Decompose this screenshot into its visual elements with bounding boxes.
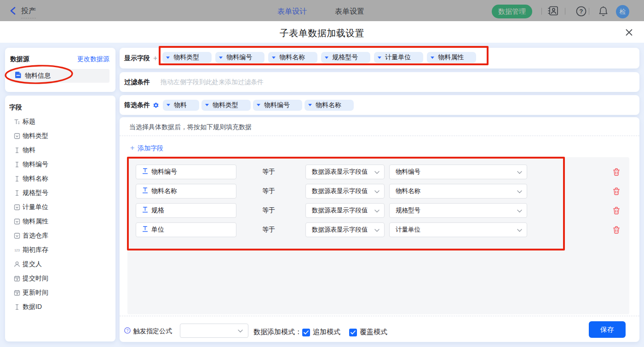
fill-rule-row: 物料编号等于数据源表显示字段值物料编号	[127, 165, 629, 179]
field-item[interactable]: 标题	[14, 117, 35, 126]
source-type-select[interactable]: 数据源表显示字段值	[305, 184, 385, 199]
caret-down-icon	[378, 57, 381, 59]
delete-icon[interactable]	[612, 168, 621, 176]
tab-form-design[interactable]: 表单设计	[277, 7, 307, 17]
caret-down-icon	[272, 57, 276, 59]
screen-conditions-row: 筛选条件 物料物料类型物料编号物料名称	[120, 95, 639, 115]
close-icon[interactable]	[623, 26, 635, 38]
field-label: 更新时间	[23, 289, 48, 297]
rules-panel: 物料编号等于数据源表显示字段值物料编号物料名称等于数据源表显示字段值物料名称规格…	[127, 157, 629, 314]
filter-placeholder[interactable]: 拖动左侧字段到此处来添加过滤条件	[161, 78, 264, 86]
delete-icon[interactable]	[612, 206, 621, 215]
field-item[interactable]: 提交人	[14, 260, 42, 269]
field-tag[interactable]: 物料编号	[253, 100, 302, 111]
field-item[interactable]: 物料编号	[14, 160, 48, 169]
back-chevron-icon[interactable]	[10, 7, 16, 17]
change-datasource-link[interactable]: 更改数据源	[77, 55, 109, 63]
field-tag[interactable]: 规格型号	[321, 52, 370, 63]
source-field-select[interactable]: 物料名称	[389, 184, 527, 199]
source-type-select[interactable]: 数据源表显示字段值	[305, 165, 385, 179]
select-icon	[14, 133, 20, 139]
chevron-down-icon	[374, 226, 380, 234]
target-field-box[interactable]: 规格	[136, 203, 236, 218]
text-widget-icon	[142, 168, 148, 176]
gear-icon[interactable]	[153, 102, 159, 108]
topbar: 投产 表单设计 表单设置 数据管理 ? 检	[0, 0, 644, 21]
field-label: 物料编号	[23, 160, 48, 169]
source-field-select[interactable]: 物料编号	[389, 165, 527, 179]
help-icon[interactable]: ?	[576, 6, 586, 18]
field-item[interactable]: 首选仓库	[14, 231, 48, 240]
svg-text:?: ?	[580, 8, 583, 15]
source-type-select[interactable]: 数据源表显示字段值	[305, 222, 385, 237]
field-tag[interactable]: 物料名称	[268, 52, 317, 63]
avatar[interactable]: 检	[616, 5, 629, 18]
select-icon	[14, 233, 20, 239]
field-tag[interactable]: 物料编号	[215, 52, 264, 63]
help-circle-icon[interactable]: ?	[124, 327, 131, 336]
field-item[interactable]: 规格型号	[14, 188, 48, 198]
field-tag[interactable]: 物料	[163, 100, 199, 111]
caret-down-icon	[167, 104, 170, 106]
field-tag[interactable]: 物料类型	[162, 52, 212, 63]
field-tag[interactable]: 物料类型	[201, 100, 251, 111]
text-icon	[14, 161, 20, 168]
caret-down-icon	[325, 57, 328, 59]
fields-panel: 字段 标题物料类型物料物料编号物料名称规格型号计量单位物料属性首选仓库123期初…	[5, 96, 115, 341]
chevron-down-icon	[374, 206, 380, 215]
fill-rules-hint: 当选择具体数据后，将按如下规则填充数据	[129, 123, 252, 131]
field-tag[interactable]: 物料属性	[427, 52, 476, 63]
append-mode-label: 追加模式	[313, 328, 340, 336]
source-type-select[interactable]: 数据源表显示字段值	[305, 203, 385, 218]
target-field-box[interactable]: 单位	[136, 222, 236, 237]
chevron-down-icon	[517, 206, 522, 215]
modal-footer: ? 触发指定公式 数据添加模式： 追加模式 覆盖模式 保存	[120, 316, 639, 342]
data-manage-button[interactable]: 数据管理	[492, 5, 532, 18]
date-icon	[14, 275, 20, 282]
field-item[interactable]: 123期初库存	[14, 245, 48, 255]
source-field-select[interactable]: 计量单位	[389, 222, 527, 237]
divider	[589, 8, 589, 15]
screen-conditions-label: 筛选条件	[124, 101, 150, 109]
field-item[interactable]: 提交时间	[14, 274, 48, 283]
field-tag[interactable]: 计量单位	[374, 52, 423, 63]
modal-title: 子表单数据加载设置	[0, 27, 644, 40]
chevron-down-icon	[374, 168, 380, 176]
overwrite-mode-checkbox[interactable]	[349, 329, 357, 336]
operator-label: 等于	[262, 226, 275, 234]
field-item[interactable]: 数据ID	[14, 302, 42, 312]
add-field-link[interactable]: +添加字段	[130, 144, 163, 153]
datasource-selected-item[interactable]: 物料信息	[10, 69, 109, 83]
caret-down-icon	[205, 104, 209, 106]
field-tag[interactable]: 物料名称	[305, 100, 354, 111]
add-display-field-button[interactable]: +	[153, 54, 157, 63]
user-icon	[14, 261, 20, 267]
chevron-down-icon	[517, 187, 522, 195]
field-label: 物料类型	[23, 132, 48, 140]
formula-select[interactable]	[180, 324, 248, 338]
title-icon	[14, 119, 20, 125]
target-field-box[interactable]: 物料名称	[136, 184, 236, 199]
caret-down-icon	[431, 57, 434, 59]
fill-rule-row: 物料名称等于数据源表显示字段值物料名称	[127, 184, 629, 199]
delete-icon[interactable]	[612, 226, 621, 234]
field-item[interactable]: 物料	[14, 146, 35, 155]
field-item[interactable]: 计量单位	[14, 203, 48, 212]
field-item[interactable]: 物料属性	[14, 217, 48, 226]
chevron-down-icon	[374, 187, 380, 195]
target-field-box[interactable]: 物料编号	[136, 165, 236, 179]
bell-icon[interactable]	[598, 6, 609, 18]
delete-icon[interactable]	[612, 187, 621, 195]
append-mode-checkbox[interactable]	[302, 329, 310, 336]
contacts-icon[interactable]	[547, 6, 558, 17]
data-add-mode-label: 数据添加模式：	[253, 328, 302, 336]
source-field-select[interactable]: 规格型号	[389, 203, 527, 218]
save-button[interactable]: 保存	[589, 321, 626, 338]
field-item[interactable]: 物料名称	[14, 174, 48, 183]
form-name[interactable]: 投产	[21, 6, 36, 18]
document-icon	[15, 72, 21, 80]
field-item[interactable]: 更新时间	[14, 288, 48, 297]
field-item[interactable]: 物料类型	[14, 131, 48, 141]
fill-rule-row: 单位等于数据源表显示字段值计量单位	[127, 222, 629, 237]
tab-form-settings[interactable]: 表单设置	[335, 7, 364, 17]
